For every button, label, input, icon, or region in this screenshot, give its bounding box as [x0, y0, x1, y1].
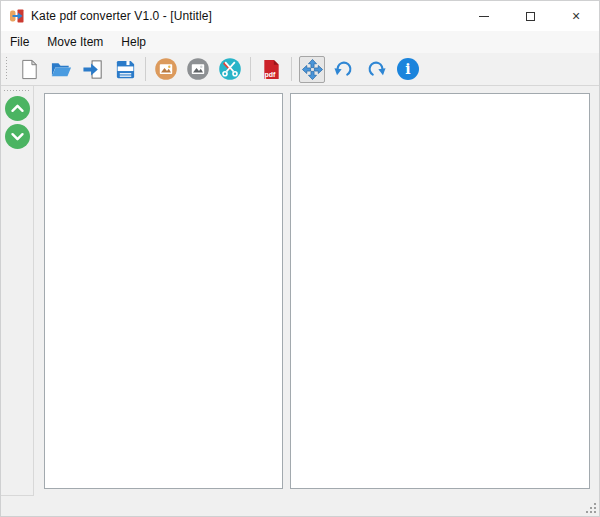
- add-image-button[interactable]: [153, 56, 179, 83]
- chevron-down-icon: [5, 124, 30, 149]
- remove-image-button[interactable]: [185, 56, 211, 83]
- redo-button[interactable]: [363, 56, 389, 83]
- maximize-button[interactable]: [507, 1, 553, 31]
- new-document-button[interactable]: [16, 56, 42, 83]
- move-arrows-icon: [301, 58, 324, 81]
- menu-move-item[interactable]: Move Item: [38, 32, 112, 52]
- info-icon-glyph: i: [405, 62, 410, 76]
- menu-help[interactable]: Help: [112, 32, 155, 52]
- info-icon: i: [397, 58, 419, 80]
- minimize-button[interactable]: [461, 1, 507, 31]
- toolbar-separator: [250, 57, 251, 81]
- redo-icon: [365, 58, 387, 80]
- image-orange-icon: [154, 57, 178, 81]
- window-title: Kate pdf converter V1.0 - [Untitle]: [31, 9, 212, 23]
- side-toolbar-grip[interactable]: [4, 89, 30, 92]
- minimize-icon: [479, 16, 489, 17]
- menubar: File Move Item Help: [1, 31, 599, 53]
- resize-grip[interactable]: [586, 503, 596, 513]
- menu-file[interactable]: File: [1, 32, 38, 52]
- preview-panel[interactable]: [290, 93, 590, 489]
- move-item-down-button[interactable]: [5, 124, 30, 149]
- import-button[interactable]: [80, 56, 106, 83]
- save-button[interactable]: [112, 56, 138, 83]
- image-gray-icon: [186, 57, 210, 81]
- app-icon: [9, 8, 25, 24]
- main-toolbar: pdf: [1, 53, 599, 86]
- tools-button[interactable]: [217, 56, 243, 83]
- undo-icon: [333, 58, 355, 80]
- close-icon: ×: [572, 9, 580, 23]
- import-icon: [82, 58, 105, 81]
- item-list-panel[interactable]: [44, 93, 283, 489]
- side-toolbar: [1, 86, 34, 496]
- undo-button[interactable]: [331, 56, 357, 83]
- maximize-icon: [526, 12, 535, 21]
- window-controls: ×: [461, 1, 599, 31]
- move-item-up-button[interactable]: [5, 96, 30, 121]
- move-mode-button[interactable]: [299, 56, 325, 83]
- chevron-up-icon: [5, 96, 30, 121]
- pdf-icon: pdf: [260, 58, 283, 81]
- tools-icon: [218, 57, 242, 81]
- titlebar: Kate pdf converter V1.0 - [Untitle] ×: [1, 1, 599, 31]
- toolbar-separator: [291, 57, 292, 81]
- open-folder-icon: [50, 58, 73, 81]
- save-icon: [114, 58, 137, 81]
- content-area: [1, 86, 599, 516]
- close-button[interactable]: ×: [553, 1, 599, 31]
- open-file-button[interactable]: [48, 56, 74, 83]
- about-button[interactable]: i: [395, 56, 421, 83]
- convert-to-pdf-button[interactable]: pdf: [258, 56, 284, 83]
- app-window: Kate pdf converter V1.0 - [Untitle] × Fi…: [0, 0, 600, 517]
- pdf-icon-label: pdf: [260, 71, 281, 78]
- toolbar-separator: [145, 57, 146, 81]
- new-document-icon: [18, 58, 41, 81]
- toolbar-grip[interactable]: [5, 57, 8, 81]
